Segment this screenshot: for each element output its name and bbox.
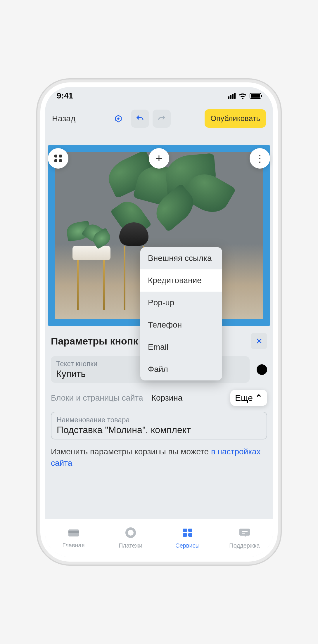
redo-button[interactable] (153, 110, 171, 128)
svg-point-4 (127, 529, 135, 537)
grid-icon (54, 155, 62, 162)
more-button[interactable]: ⋮ (250, 148, 270, 169)
tab-home[interactable]: Главная (45, 519, 102, 557)
phone-frame: 9:41 Назад Опубликовать (40, 82, 278, 562)
tab-home-label: Главная (62, 542, 84, 549)
close-icon: ✕ (255, 336, 263, 346)
svg-point-1 (118, 118, 119, 119)
battery-icon (250, 93, 261, 99)
status-bar: 9:41 (45, 87, 273, 105)
add-button[interactable]: + (149, 148, 169, 169)
chat-icon (239, 527, 250, 541)
more-vertical-icon: ⋮ (255, 153, 265, 164)
tab-payments[interactable]: Платежи (102, 519, 159, 557)
settings-icon-button[interactable] (109, 110, 127, 128)
tab-payments-label: Платежи (119, 542, 142, 549)
tabs-row: Блоки и страницы сайта Корзина Еще ⌃ (51, 390, 267, 406)
dd-item-file[interactable]: Файл (140, 358, 222, 380)
editor-header: Назад Опубликовать (45, 105, 273, 134)
status-right (228, 93, 261, 99)
cellular-icon (228, 93, 236, 99)
chevron-up-icon: ⌃ (255, 393, 262, 403)
status-time: 9:41 (57, 91, 73, 101)
action-dropdown: Внешняя ссылка Кредитование Pop-up Телеф… (140, 247, 222, 380)
screen: 9:41 Назад Опубликовать (45, 87, 273, 557)
wifi-icon (238, 93, 247, 99)
more-label: Еще (235, 393, 253, 403)
publish-button[interactable]: Опубликовать (205, 109, 266, 128)
panel-title: Параметры кнопк (51, 335, 138, 347)
svg-rect-6 (242, 533, 245, 534)
more-chip[interactable]: Еще ⌃ (230, 390, 267, 406)
card-icon (68, 528, 80, 540)
product-label: Наименование товара (57, 416, 261, 424)
tab-support-label: Поддержка (229, 542, 260, 549)
bottom-tabbar: Главная Платежи Сервисы Поддержка (45, 519, 273, 557)
plus-icon: + (155, 152, 162, 165)
tab-services-label: Сервисы (175, 542, 200, 549)
services-icon (182, 527, 193, 541)
circle-icon (125, 527, 136, 541)
dd-item-popup[interactable]: Pop-up (140, 292, 222, 314)
svg-rect-3 (68, 531, 79, 533)
help-text: Изменить параметры корзины вы можете в н… (51, 446, 267, 469)
tab-services[interactable]: Сервисы (159, 519, 216, 557)
tab-support[interactable]: Поддержка (216, 519, 273, 557)
product-name-field[interactable]: Наименование товара Подставка "Молина", … (51, 412, 267, 439)
canvas-toolbar: + ⋮ (48, 148, 270, 169)
svg-rect-5 (242, 531, 248, 532)
header-tools (109, 110, 171, 128)
close-panel-button[interactable]: ✕ (251, 333, 267, 349)
dd-item-credit[interactable]: Кредитование (140, 269, 222, 292)
tab-cart[interactable]: Корзина (151, 393, 183, 403)
dd-item-email[interactable]: Email (140, 336, 222, 358)
grid-button[interactable] (48, 148, 68, 169)
dd-item-phone[interactable]: Телефон (140, 314, 222, 336)
undo-button[interactable] (131, 110, 149, 128)
help-prefix: Изменить параметры корзины вы можете (51, 447, 211, 456)
product-value: Подставка "Молина", комплект (57, 425, 261, 435)
tab-blocks-pages[interactable]: Блоки и страницы сайта (51, 393, 143, 403)
color-swatch[interactable] (257, 364, 267, 375)
dd-item-external-link[interactable]: Внешняя ссылка (140, 247, 222, 269)
back-button[interactable]: Назад (52, 114, 75, 123)
